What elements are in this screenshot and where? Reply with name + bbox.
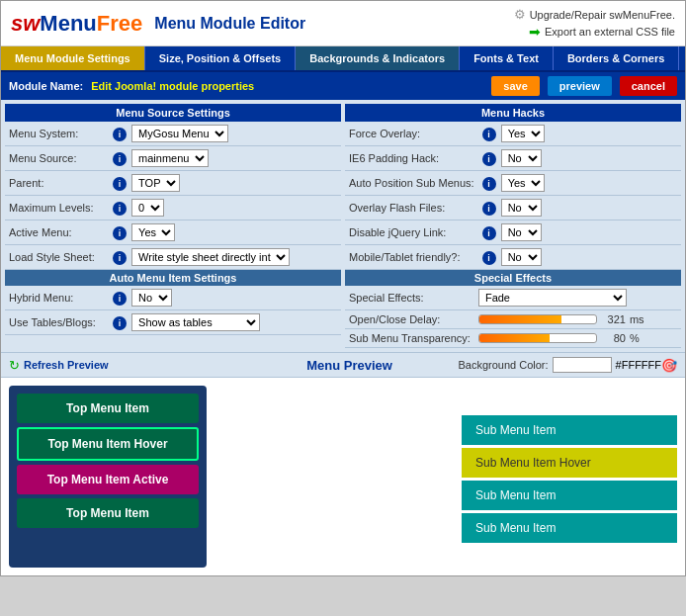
select-use-tables[interactable]: Show as tables — [131, 313, 260, 331]
table-row: Special Effects: Fade — [345, 286, 681, 310]
upgrade-link[interactable]: ⚙ Upgrade/Repair swMenuFree. — [514, 7, 675, 22]
info-icon[interactable]: i — [482, 128, 496, 141]
select-overlay-flash[interactable]: No — [501, 199, 542, 217]
logo-free: Free — [97, 11, 142, 37]
special-effects-table: Special Effects: Fade Open/Close Delay: … — [345, 286, 681, 348]
open-close-delay-slider[interactable] — [478, 314, 597, 324]
menu-preview-right: Sub Menu Item Sub Menu Item Hover Sub Me… — [462, 415, 677, 568]
cell-auto-position: i Yes — [478, 171, 681, 196]
table-row: Active Menu: i Yes — [5, 220, 341, 245]
top-menu-item-hover[interactable]: Top Menu Item Hover — [17, 427, 199, 461]
bg-color-value: #FFFFFF — [616, 359, 661, 371]
select-load-stylesheet[interactable]: Write style sheet directly into page — [131, 248, 290, 266]
select-menu-system[interactable]: MyGosu Menu — [131, 125, 228, 142]
auto-menu-table: Hybrid Menu: i No Use Tables/Blogs: i Sh… — [5, 286, 341, 335]
select-parent[interactable]: TOP — [131, 174, 180, 192]
info-icon[interactable]: i — [113, 251, 127, 265]
info-icon[interactable]: i — [482, 152, 496, 166]
select-menu-source[interactable]: mainmenu — [131, 149, 209, 167]
cell-max-levels: i 0 — [109, 196, 341, 220]
sub-transparency-slider[interactable] — [478, 333, 597, 343]
info-icon[interactable]: i — [113, 128, 127, 141]
info-icon[interactable]: i — [113, 292, 127, 306]
info-icon[interactable]: i — [482, 251, 496, 265]
tab-size-position[interactable]: Size, Position & Offsets — [145, 46, 296, 70]
label-menu-system: Menu System: — [5, 122, 109, 146]
label-active-menu: Active Menu: — [5, 220, 109, 245]
table-row: Hybrid Menu: i No — [5, 286, 341, 310]
select-hybrid-menu[interactable]: No — [131, 289, 172, 307]
top-menu-item-2[interactable]: Top Menu Item — [17, 498, 199, 528]
select-special-effects[interactable]: Fade — [478, 289, 627, 307]
info-icon[interactable]: i — [482, 226, 496, 240]
menu-source-table: Menu System: i MyGosu Menu Menu Source: … — [5, 122, 341, 270]
cell-mobile-friendly: i No — [478, 245, 681, 270]
table-row: Sub Menu Transparency: 80 % — [345, 329, 681, 348]
label-hybrid-menu: Hybrid Menu: — [5, 286, 109, 310]
slider-fill — [479, 315, 561, 323]
cell-menu-source: i mainmenu — [109, 146, 341, 171]
refresh-label[interactable]: Refresh Preview — [24, 359, 241, 371]
save-button[interactable]: save — [491, 76, 539, 96]
refresh-preview-bar: ↻ Refresh Preview Menu Preview Backgroun… — [1, 352, 685, 378]
cell-overlay-flash: i No — [478, 196, 681, 220]
tab-backgrounds-indicators[interactable]: Backgrounds & Indicators — [296, 46, 460, 70]
info-icon[interactable]: i — [113, 177, 127, 191]
preview-button[interactable]: preview — [548, 76, 612, 96]
cell-sub-transparency: 80 % — [474, 329, 681, 348]
top-menu-item-active[interactable]: Top Menu Item Active — [17, 465, 199, 494]
tab-fonts-text[interactable]: Fonts & Text — [460, 46, 554, 70]
export-link[interactable]: ➡ Export an external CSS file — [529, 24, 675, 40]
arrow-icon: ➡ — [529, 24, 541, 40]
sub-menu-item-1[interactable]: Sub Menu Item — [462, 415, 677, 445]
select-auto-position[interactable]: Yes — [501, 174, 545, 192]
cell-hybrid-menu: i No — [109, 286, 341, 310]
gear-icon: ⚙ — [514, 7, 526, 22]
select-max-levels[interactable]: 0 — [131, 199, 164, 217]
info-icon[interactable]: i — [113, 152, 127, 166]
logo-sw: sw — [11, 11, 40, 37]
refresh-icon[interactable]: ↻ — [9, 358, 20, 373]
right-panel: Menu Hacks Force Overlay: i Yes IE6 Padd… — [345, 104, 681, 348]
table-row: Parent: i TOP — [5, 171, 341, 196]
info-icon[interactable]: i — [113, 316, 127, 330]
sub-menu-item-hover[interactable]: Sub Menu Item Hover — [462, 448, 677, 478]
tab-borders-corners[interactable]: Borders & Corners — [554, 46, 679, 70]
top-menu-item-1[interactable]: Top Menu Item — [17, 394, 199, 423]
table-row: Maximum Levels: i 0 — [5, 196, 341, 220]
select-disable-jquery[interactable]: No — [501, 223, 542, 241]
table-row: Load Style Sheet: i Write style sheet di… — [5, 245, 341, 270]
label-mobile-friendly: Mobile/Tablet friendly?: — [345, 245, 478, 270]
info-icon[interactable]: i — [482, 202, 496, 216]
module-name-label: Module Name: — [9, 80, 83, 92]
info-icon[interactable]: i — [113, 226, 127, 240]
cell-open-close-delay: 321 ms — [474, 310, 681, 329]
cell-special-effects: Fade — [474, 286, 681, 310]
select-mobile-friendly[interactable]: No — [501, 248, 542, 266]
label-use-tables: Use Tables/Blogs: — [5, 310, 109, 335]
label-force-overlay: Force Overlay: — [345, 122, 478, 146]
label-max-levels: Maximum Levels: — [5, 196, 109, 220]
table-row: Mobile/Tablet friendly?: i No — [345, 245, 681, 270]
color-picker-icon[interactable]: 🎯 — [661, 358, 677, 373]
sub-menu-item-2[interactable]: Sub Menu Item — [462, 481, 677, 510]
sub-transparency-value: 80 — [601, 332, 626, 344]
select-force-overlay[interactable]: Yes — [501, 125, 545, 142]
info-icon[interactable]: i — [482, 177, 496, 191]
select-ie6-padding[interactable]: No — [501, 149, 542, 167]
bg-color-label: Background Color: — [458, 359, 548, 371]
app-title: Menu Module Editor — [154, 15, 305, 33]
cancel-button[interactable]: cancel — [620, 76, 677, 96]
select-active-menu[interactable]: Yes — [131, 223, 175, 241]
info-icon[interactable]: i — [113, 202, 127, 216]
label-ie6-padding: IE6 Padding Hack: — [345, 146, 478, 171]
label-special-effects: Special Effects: — [345, 286, 474, 310]
label-open-close-delay: Open/Close Delay: — [345, 310, 474, 329]
sub-menu-item-3[interactable]: Sub Menu Item — [462, 513, 677, 543]
table-row: IE6 Padding Hack: i No — [345, 146, 681, 171]
open-close-delay-value: 321 — [601, 313, 626, 325]
tab-menu-module-settings[interactable]: Menu Module Settings — [1, 46, 145, 70]
bg-color-box[interactable] — [553, 357, 612, 373]
label-load-stylesheet: Load Style Sheet: — [5, 245, 109, 270]
table-row: Use Tables/Blogs: i Show as tables — [5, 310, 341, 335]
